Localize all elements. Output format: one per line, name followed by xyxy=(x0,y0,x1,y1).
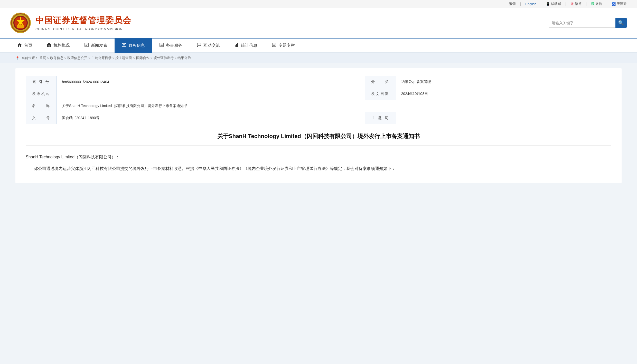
wechat-link[interactable]: 微 微信 xyxy=(591,2,602,6)
breadcrumb-home[interactable]: 首页 xyxy=(39,56,46,60)
svg-rect-5 xyxy=(18,24,19,25)
weibo-link[interactable]: 微 微博 xyxy=(570,2,582,6)
breadcrumb-label: 当前位置： xyxy=(22,56,38,60)
breadcrumb-current: 结果公示 xyxy=(177,56,191,60)
affairs-icon xyxy=(122,43,126,48)
main-nav: 首页 机构概况 新闻发布 政务信息 办事服务 互动交流 统计信息 xyxy=(0,39,637,53)
svg-rect-29 xyxy=(237,43,238,47)
nav-item-interact[interactable]: 互动交流 xyxy=(190,39,227,53)
service-icon xyxy=(159,43,164,48)
svg-rect-28 xyxy=(236,44,237,47)
traditional-chinese-link[interactable]: 繁體 xyxy=(509,2,516,6)
home-icon xyxy=(17,43,22,48)
index-value: bm56000001/2024-00012404 xyxy=(57,76,365,88)
nav-item-stats[interactable]: 统计信息 xyxy=(227,39,265,53)
breadcrumb-gov-info[interactable]: 政府信息公开 xyxy=(67,56,87,60)
search-button[interactable]: 🔍 xyxy=(615,18,627,28)
breadcrumb: 📍 当前位置： 首页 > 政务信息 > 政府信息公开 > 主动公开目录 > 按主… xyxy=(0,53,637,63)
nav-item-affairs[interactable]: 政务信息 xyxy=(115,39,152,53)
breadcrumb-active-dir[interactable]: 主动公开目录 xyxy=(91,56,111,60)
accessibility-link[interactable]: ♿ 无障碍 xyxy=(612,2,627,6)
document-title: 关于ShanH Technology Limited（闪回科技有限公司）境外发行… xyxy=(26,132,611,140)
table-row-name: 名 称 关于ShanH Technology Limited（闪回科技有限公司）… xyxy=(26,100,611,112)
nav-label-special: 专题专栏 xyxy=(278,43,295,48)
docno-value: 国合函〔2024〕1890号 xyxy=(57,112,365,124)
sep5: ｜ xyxy=(605,2,608,6)
english-link[interactable]: English xyxy=(525,2,536,6)
svg-rect-10 xyxy=(48,43,50,44)
interact-icon xyxy=(197,43,201,48)
stats-icon xyxy=(234,43,239,48)
svg-rect-21 xyxy=(123,43,123,44)
nav-label-stats: 统计信息 xyxy=(241,43,257,48)
sep3: ｜ xyxy=(564,2,567,6)
logo-area: 中国证券监督管理委员会 CHINA SECURITIES REGULATORY … xyxy=(10,13,132,33)
breadcrumb-overseas-issuance[interactable]: 境外证券发行 xyxy=(154,56,174,60)
nav-label-news: 新闻发布 xyxy=(91,43,107,48)
news-icon xyxy=(84,43,89,48)
nav-item-home[interactable]: 首页 xyxy=(10,39,40,53)
sep2: ｜ xyxy=(539,2,543,6)
nav-item-news[interactable]: 新闻发布 xyxy=(77,39,115,53)
sep1: ｜ xyxy=(519,2,522,6)
breadcrumb-affairs[interactable]: 政务信息 xyxy=(50,56,63,60)
sep4: ｜ xyxy=(585,2,588,6)
building-icon xyxy=(47,43,51,48)
table-row-issuer: 发布机构 发文日期 2024年10月08日 xyxy=(26,88,611,100)
breadcrumb-international[interactable]: 国际合作 xyxy=(136,56,149,60)
nav-label-affairs: 政务信息 xyxy=(128,43,145,48)
name-value: 关于ShanH Technology Limited（闪回科技有限公司）境外发行… xyxy=(57,100,611,112)
search-icon: 🔍 xyxy=(618,20,624,26)
nav-label-about: 机构概况 xyxy=(53,43,70,48)
svg-rect-12 xyxy=(50,45,50,45)
category-label: 分 类 xyxy=(365,76,396,88)
date-label: 发文日期 xyxy=(365,88,396,100)
nav-item-special[interactable]: 专题专栏 xyxy=(265,39,302,53)
table-row-docno: 文 号 国合函〔2024〕1890号 主 题 词 xyxy=(26,112,611,124)
svg-rect-22 xyxy=(125,43,126,44)
index-label: 索 引 号 xyxy=(26,76,57,88)
title-divider xyxy=(26,146,611,146)
svg-rect-11 xyxy=(48,45,49,45)
top-bar: 繁體 ｜ English ｜ 📱 移动端 ｜ 微 微博 ｜ 微 微信 ｜ ♿ 无… xyxy=(0,0,637,8)
nav-label-service: 办事服务 xyxy=(166,43,182,48)
svg-rect-27 xyxy=(235,45,236,47)
weibo-icon: 微 xyxy=(570,2,574,6)
svg-rect-6 xyxy=(20,23,21,25)
document-greeting: ShanH Technology Limited（闪回科技有限公司）： xyxy=(26,154,611,161)
nav-label-home: 首页 xyxy=(24,43,32,48)
issuer-label: 发布机构 xyxy=(26,88,57,100)
name-label: 名 称 xyxy=(26,100,57,112)
subject-value xyxy=(396,112,611,124)
org-name-en: CHINA SECURITIES REGULATORY COMMISSION xyxy=(35,27,132,31)
svg-marker-8 xyxy=(18,43,22,47)
issuer-value xyxy=(57,88,365,100)
docno-label: 文 号 xyxy=(26,112,57,124)
breadcrumb-by-topic[interactable]: 按主题查看 xyxy=(115,56,132,60)
nav-item-service[interactable]: 办事服务 xyxy=(152,39,190,53)
nav-item-about[interactable]: 机构概况 xyxy=(40,39,77,53)
header: 中国证券监督管理委员会 CHINA SECURITIES REGULATORY … xyxy=(0,8,637,39)
special-icon xyxy=(272,43,276,48)
document-info-table: 索 引 号 bm56000001/2024-00012404 分 类 结果公示:… xyxy=(26,76,611,124)
search-input[interactable] xyxy=(549,18,615,28)
mobile-icon: 📱 xyxy=(546,2,550,6)
nav-label-interact: 互动交流 xyxy=(203,43,220,48)
accessibility-icon: ♿ xyxy=(612,2,616,6)
csrc-emblem xyxy=(10,13,31,33)
document-paragraph1: 你公司通过境内运营实体浙江闪回科技有限公司提交的境外发行上市备案材料收悉。根据《… xyxy=(26,165,611,173)
mobile-link[interactable]: 📱 移动端 xyxy=(546,2,561,6)
table-row-index: 索 引 号 bm56000001/2024-00012404 分 类 结果公示:… xyxy=(26,76,611,88)
svg-rect-13 xyxy=(49,45,50,47)
date-value: 2024年10月08日 xyxy=(396,88,611,100)
main-content: 索 引 号 bm56000001/2024-00012404 分 类 结果公示:… xyxy=(15,68,622,183)
svg-rect-4 xyxy=(17,25,24,28)
org-name-cn: 中国证券监督管理委员会 xyxy=(35,15,132,26)
document-body: ShanH Technology Limited（闪回科技有限公司）： 你公司通… xyxy=(26,154,611,173)
svg-rect-7 xyxy=(22,24,23,25)
wechat-icon: 微 xyxy=(591,2,594,6)
logo-text: 中国证券监督管理委员会 CHINA SECURITIES REGULATORY … xyxy=(35,15,132,31)
search-area: 🔍 xyxy=(549,18,627,28)
subject-label: 主 题 词 xyxy=(365,112,396,124)
category-value: 结果公示:备案管理 xyxy=(396,76,611,88)
